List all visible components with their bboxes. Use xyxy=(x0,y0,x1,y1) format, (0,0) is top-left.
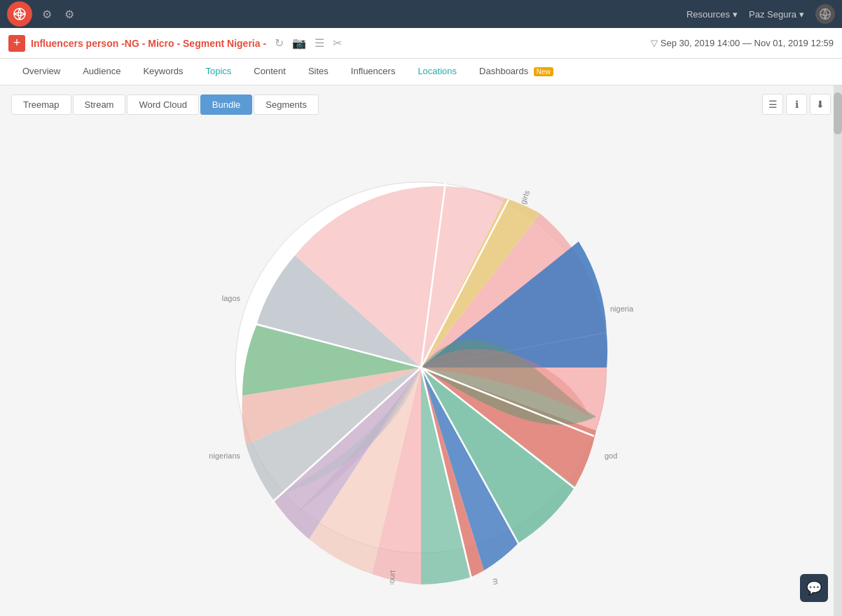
svg-text:lagos: lagos xyxy=(222,294,241,302)
tab-dashboards[interactable]: Dashboards New xyxy=(468,60,565,83)
svg-point-0 xyxy=(14,8,25,20)
tab-overview[interactable]: Overview xyxy=(11,60,71,83)
logo[interactable] xyxy=(7,1,32,27)
filter-title: Influencers person -NG - Micro - Segment… xyxy=(31,38,266,49)
svg-point-1 xyxy=(820,9,830,19)
svg-text:girls: girls xyxy=(518,189,531,206)
chart-container: girls nigeria god lagos nigerians suprem… xyxy=(0,123,842,612)
new-badge: New xyxy=(534,67,553,76)
resources-menu[interactable]: Resources ▾ xyxy=(686,9,738,20)
scrollbar-thumb[interactable] xyxy=(834,92,842,134)
subtab-bundle[interactable]: Bundle xyxy=(200,94,252,115)
download-icon[interactable]: ⬇ xyxy=(810,94,831,115)
tab-locations[interactable]: Locations xyxy=(406,60,468,83)
chat-button[interactable]: 💬 xyxy=(800,574,828,602)
top-bar: ⚙ ⚙ Resources ▾ Paz Segura ▾ xyxy=(0,0,842,28)
tab-keywords[interactable]: Keywords xyxy=(132,60,194,83)
content-area: Treemap Stream Word Cloud Bundle Segment… xyxy=(0,85,842,616)
subtab-wordcloud[interactable]: Word Cloud xyxy=(127,94,198,115)
subtab-stream[interactable]: Stream xyxy=(73,94,126,115)
subtab-treemap[interactable]: Treemap xyxy=(11,94,71,115)
settings-icon-2[interactable]: ⚙ xyxy=(62,5,77,24)
info-icon[interactable]: ℹ xyxy=(786,94,807,115)
settings-icon-1[interactable]: ⚙ xyxy=(39,5,55,24)
list-icon[interactable]: ☰ xyxy=(315,36,324,50)
date-filter[interactable]: ▽ Sep 30, 2019 14:00 — Nov 01, 2019 12:5… xyxy=(651,38,834,48)
nav-tabs: Overview Audience Keywords Topics Conten… xyxy=(0,59,842,85)
camera-icon[interactable]: 📷 xyxy=(292,36,306,50)
tab-audience[interactable]: Audience xyxy=(71,60,132,83)
tab-content[interactable]: Content xyxy=(242,60,297,83)
tab-influencers[interactable]: Influencers xyxy=(340,60,407,83)
svg-text:nigerians: nigerians xyxy=(209,451,240,460)
tab-sites[interactable]: Sites xyxy=(297,60,340,83)
svg-text:god: god xyxy=(605,451,617,460)
add-button[interactable]: + xyxy=(8,35,25,52)
list-view-icon[interactable]: ☰ xyxy=(762,94,783,115)
tools-icon[interactable]: ✂ xyxy=(333,36,342,50)
bundle-svg: girls nigeria god lagos nigerians suprem… xyxy=(204,150,638,584)
chord-chart: girls nigeria god lagos nigerians suprem… xyxy=(204,150,638,584)
sub-tabs: Treemap Stream Word Cloud Bundle Segment… xyxy=(0,85,842,123)
funnel-icon: ▽ xyxy=(651,38,658,48)
tab-topics[interactable]: Topics xyxy=(194,60,242,83)
svg-text:nigeria: nigeria xyxy=(610,304,634,313)
avatar[interactable] xyxy=(815,4,835,24)
refresh-icon[interactable]: ↻ xyxy=(275,36,284,50)
subtab-segments[interactable]: Segments xyxy=(254,94,319,115)
svg-text:money: money xyxy=(491,578,504,584)
user-menu[interactable]: Paz Segura ▾ xyxy=(749,9,804,20)
second-bar: + Influencers person -NG - Micro - Segme… xyxy=(0,28,842,59)
scrollbar[interactable] xyxy=(834,85,842,616)
